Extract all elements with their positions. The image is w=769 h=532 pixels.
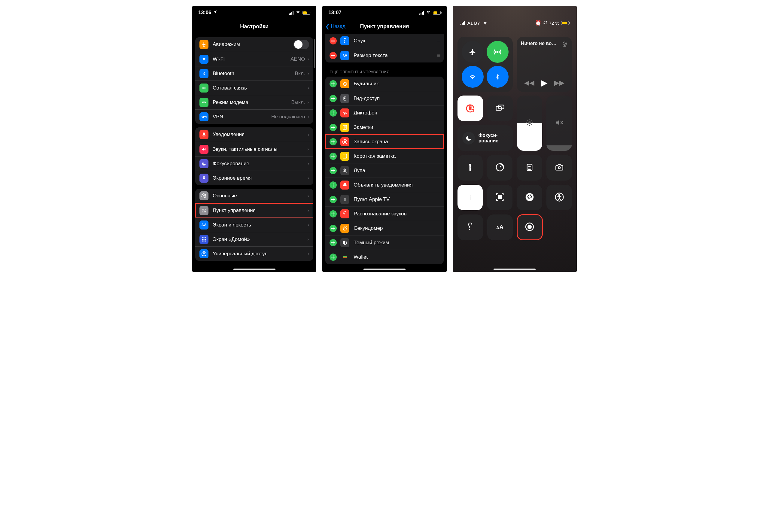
- svg-point-60: [529, 169, 530, 169]
- settings-row-accessibility[interactable]: Универсальный доступ›: [195, 246, 313, 261]
- moon-icon: [462, 132, 475, 144]
- wifi-icon: [295, 10, 301, 16]
- appletv-icon: [340, 195, 349, 204]
- settings-row-sounds[interactable]: Звуки, тактильные сигналы›: [195, 142, 313, 156]
- shazam-button[interactable]: [517, 185, 542, 210]
- focus-label: Фокуси- рование: [479, 133, 498, 143]
- add-button[interactable]: [330, 167, 337, 174]
- add-button[interactable]: [330, 109, 337, 117]
- svg-point-2: [204, 102, 206, 103]
- add-button[interactable]: [330, 181, 337, 189]
- qr-icon: [495, 193, 504, 203]
- row-label: Сотовая связь: [213, 85, 307, 91]
- bluetooth-toggle[interactable]: [487, 66, 509, 88]
- add-button[interactable]: [330, 80, 337, 87]
- signal-icon: [460, 21, 465, 25]
- row-label: Пункт управления: [213, 208, 307, 214]
- connectivity-pane: [457, 37, 513, 92]
- drag-handle-icon[interactable]: ≡: [437, 38, 439, 44]
- settings-row-controlcenter[interactable]: Пункт управления›: [195, 203, 313, 217]
- row-label: Экран «Домой»: [213, 236, 307, 242]
- textsize-button[interactable]: AA: [487, 214, 513, 240]
- row-label: Секундомер: [354, 225, 439, 231]
- settings-row-notifications[interactable]: Уведомления›: [195, 127, 313, 142]
- flashlight-button[interactable]: [457, 155, 483, 181]
- add-button[interactable]: [330, 210, 337, 217]
- airplay-icon[interactable]: [562, 41, 568, 48]
- row-label: Объявлять уведомления: [354, 182, 439, 188]
- notes-icon: [340, 123, 349, 132]
- airplane-toggle[interactable]: [462, 41, 484, 63]
- svg-point-56: [528, 168, 529, 168]
- calculator-button[interactable]: [517, 155, 542, 181]
- add-button[interactable]: [330, 225, 337, 232]
- battery-icon: [302, 11, 310, 15]
- svg-point-7: [205, 211, 205, 212]
- row-label: Запись экрана: [354, 139, 439, 145]
- cellular-toggle[interactable]: [487, 41, 509, 63]
- wifi-toggle[interactable]: [462, 66, 484, 88]
- toggle[interactable]: [293, 40, 309, 49]
- textsize-icon: AA: [496, 224, 504, 231]
- control-row-hearing: Слух≡: [325, 34, 443, 48]
- camera-button[interactable]: [546, 155, 572, 181]
- qr-button[interactable]: [487, 185, 512, 210]
- lowpower-button[interactable]: [457, 185, 483, 210]
- settings-row-hotspot[interactable]: Режим модемаВыкл.›: [195, 95, 313, 109]
- settings-row-wifi[interactable]: Wi-FiAENO›: [195, 52, 313, 66]
- row-label: Уведомления: [213, 132, 307, 138]
- add-button[interactable]: [330, 254, 337, 261]
- alarm-icon: [340, 79, 349, 88]
- chevron-right-icon: ›: [307, 70, 309, 77]
- add-button[interactable]: [330, 239, 337, 246]
- orientation-lock-button[interactable]: [457, 96, 483, 121]
- settings-row-vpn[interactable]: VPNVPNНе подключен›: [195, 109, 313, 124]
- settings-row-focus[interactable]: Фокусирование›: [195, 156, 313, 171]
- add-button[interactable]: [330, 95, 337, 102]
- svg-point-47: [528, 121, 531, 124]
- add-button[interactable]: [330, 153, 337, 160]
- svg-rect-66: [500, 197, 501, 199]
- focus-button[interactable]: Фокуси- рование: [457, 125, 513, 151]
- wifi-icon: [199, 55, 208, 64]
- settings-row-display[interactable]: AAЭкран и яркость›: [195, 217, 313, 232]
- drag-handle-icon[interactable]: ≡: [437, 52, 439, 59]
- control-row-guided: Гид-доступ: [325, 91, 443, 105]
- add-button[interactable]: [330, 138, 337, 145]
- prev-track-button[interactable]: ◀◀: [524, 79, 534, 87]
- svg-point-5: [203, 209, 204, 210]
- home-indicator[interactable]: [363, 269, 406, 270]
- add-button[interactable]: [330, 124, 337, 131]
- media-pane[interactable]: Ничего не во… ◀◀ ▶ ▶▶: [517, 37, 572, 92]
- timer-button[interactable]: [487, 155, 512, 181]
- accessibility-button[interactable]: [546, 185, 572, 210]
- svg-rect-63: [498, 196, 500, 197]
- add-button[interactable]: [330, 196, 337, 203]
- svg-point-1: [202, 102, 204, 103]
- settings-row-cellular[interactable]: Сотовая связь›: [195, 81, 313, 95]
- hearing-button[interactable]: [457, 214, 483, 240]
- brightness-slider[interactable]: [517, 96, 543, 151]
- home-indicator[interactable]: [494, 269, 536, 270]
- scrollbar[interactable]: [314, 39, 315, 68]
- home-indicator[interactable]: [233, 269, 275, 270]
- play-button[interactable]: ▶: [541, 78, 548, 88]
- settings-row-general[interactable]: Основные›: [195, 189, 313, 203]
- volume-slider[interactable]: [546, 96, 572, 151]
- remove-button[interactable]: [330, 37, 337, 44]
- row-label: Пульт Apple TV: [354, 196, 439, 202]
- back-button[interactable]: ❮ Назад: [325, 23, 345, 30]
- screenrecord-button[interactable]: [517, 214, 543, 240]
- row-value: Вкл.: [295, 71, 305, 77]
- notifications-icon: [199, 130, 208, 139]
- screen-mirroring-button[interactable]: [487, 96, 513, 121]
- row-value: AENO: [290, 56, 305, 62]
- back-label: Назад: [331, 23, 345, 29]
- settings-row-bluetooth[interactable]: BluetoothВкл.›: [195, 66, 313, 81]
- settings-row-airplane[interactable]: Авиарежим: [195, 37, 313, 52]
- control-row-notes: Заметки: [325, 120, 443, 134]
- next-track-button[interactable]: ▶▶: [554, 79, 564, 87]
- settings-row-screentime[interactable]: Экранное время›: [195, 171, 313, 185]
- settings-row-homescreen[interactable]: Экран «Домой»›: [195, 232, 313, 246]
- remove-button[interactable]: [330, 52, 337, 59]
